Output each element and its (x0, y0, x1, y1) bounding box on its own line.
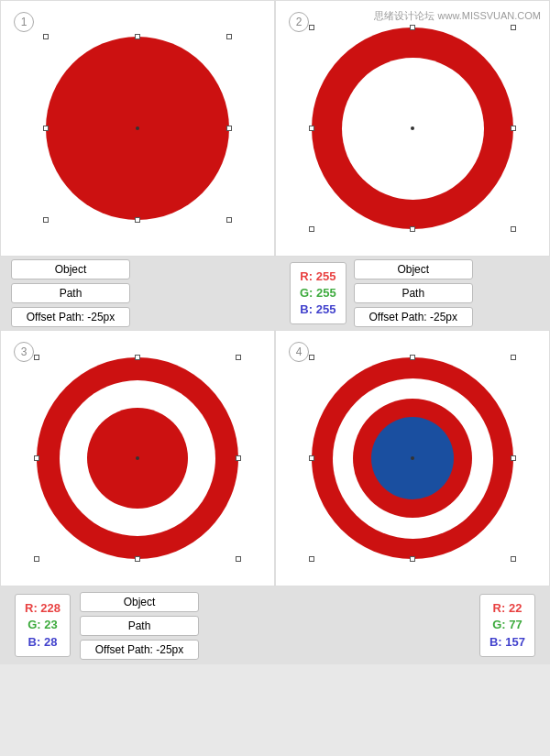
panel-number-1: 1 (14, 12, 34, 32)
canvas-panel-2: 2 (275, 0, 550, 257)
path-button-2[interactable]: Path (354, 283, 473, 303)
circle-1-solid (46, 37, 229, 220)
handle-topleft-3 (34, 355, 39, 360)
handle-bottomright-3 (236, 556, 241, 562)
center-dot-1 (136, 126, 139, 130)
color-g-1: G: 255 (300, 285, 336, 301)
object-button-1[interactable]: Object (11, 259, 130, 279)
handle-bottomleft-1 (43, 217, 49, 223)
control-bar-1: Object Path Offset Path: -25px (0, 257, 275, 330)
color-g-right: G: 77 (490, 617, 525, 633)
panel-number-3: 3 (14, 342, 34, 362)
color-r-bottom: R: 228 (25, 600, 60, 617)
offset-button-bottom[interactable]: Offset Path: -25px (80, 640, 199, 660)
color-box-white: R: 255 G: 255 B: 255 (290, 262, 346, 325)
color-r-right: R: 22 (490, 600, 525, 617)
handle-right-2 (511, 126, 516, 131)
canvas-panel-3: 3 (0, 330, 275, 586)
handle-bottomleft-2 (309, 226, 314, 232)
btn-group-1: Object Path Offset Path: -25px (11, 259, 130, 327)
handle-topright-4 (511, 355, 516, 360)
center-info-bar: R: 255 G: 255 B: 255 Object Path Offset … (275, 257, 550, 330)
offset-button-1[interactable]: Offset Path: -25px (11, 307, 130, 327)
circle-container-3 (37, 357, 238, 559)
circle-3-inner (87, 408, 188, 509)
handle-left-2 (309, 126, 314, 131)
color-r-1: R: 255 (300, 268, 336, 285)
circle-3-mid (60, 380, 215, 536)
bottom-bar: R: 228 G: 23 B: 28 Object Path Offset Pa… (0, 586, 550, 664)
object-button-2[interactable]: Object (354, 259, 473, 279)
handle-bottom-2 (410, 226, 415, 232)
handle-topleft-4 (309, 355, 314, 360)
color-box-blue: R: 22 G: 77 B: 157 (479, 594, 535, 657)
handle-bottomright-2 (511, 226, 516, 232)
handle-top-4 (410, 355, 415, 360)
path-button-bottom[interactable]: Path (80, 616, 199, 636)
panel-number-2: 2 (289, 12, 309, 32)
color-g-bottom: G: 23 (25, 617, 60, 633)
handle-bottom-4 (410, 556, 415, 562)
color-b-1: B: 255 (300, 301, 336, 318)
center-dot-4 (411, 456, 414, 460)
circle-4-ring1 (333, 378, 493, 539)
handle-topright-2 (511, 25, 516, 30)
btn-group-2: Object Path Offset Path: -25px (354, 259, 473, 327)
panel-number-4: 4 (289, 342, 309, 362)
handle-bottomleft-3 (34, 556, 39, 562)
handle-topleft-1 (43, 34, 49, 39)
handle-right-3 (236, 455, 241, 461)
handle-topright-1 (226, 34, 232, 39)
path-button-1[interactable]: Path (11, 283, 130, 303)
handle-bottomright-1 (226, 217, 232, 223)
color-b-bottom: B: 28 (25, 634, 60, 651)
handle-bottom-3 (135, 556, 140, 562)
offset-button-2[interactable]: Offset Path: -25px (354, 307, 473, 327)
canvas-panel-1: 1 (0, 0, 275, 257)
center-dot-2 (411, 126, 414, 130)
handle-topright-3 (236, 355, 241, 360)
circle-container-1 (46, 37, 229, 220)
btn-group-bottom: Object Path Offset Path: -25px (80, 592, 199, 660)
handle-top-3 (135, 355, 140, 360)
handle-left-3 (34, 455, 39, 461)
circle-container-4 (312, 357, 513, 559)
handle-left-1 (43, 126, 49, 131)
circle-container-2 (312, 27, 513, 229)
color-b-right: B: 157 (490, 634, 525, 651)
canvas-panel-4: 4 (275, 330, 550, 586)
handle-right-4 (511, 455, 516, 461)
center-dot-3 (136, 456, 139, 460)
circle-4-inner (371, 417, 454, 499)
watermark: 思绪设计论坛 www.MISSVUAN.COM (374, 9, 541, 23)
handle-bottomright-4 (511, 556, 516, 562)
circle-4-outer (312, 357, 513, 559)
handle-top-2 (410, 25, 415, 30)
handle-bottom-1 (135, 217, 140, 223)
handle-right-1 (226, 126, 232, 131)
object-button-bottom[interactable]: Object (80, 592, 199, 612)
handle-topleft-2 (309, 25, 314, 30)
handle-left-4 (309, 455, 314, 461)
color-box-red: R: 228 G: 23 B: 28 (15, 594, 71, 657)
circle-3-outer (37, 357, 238, 559)
handle-bottomleft-4 (309, 556, 314, 562)
circle-4-ring2 (353, 399, 472, 518)
handle-top-1 (135, 34, 140, 39)
